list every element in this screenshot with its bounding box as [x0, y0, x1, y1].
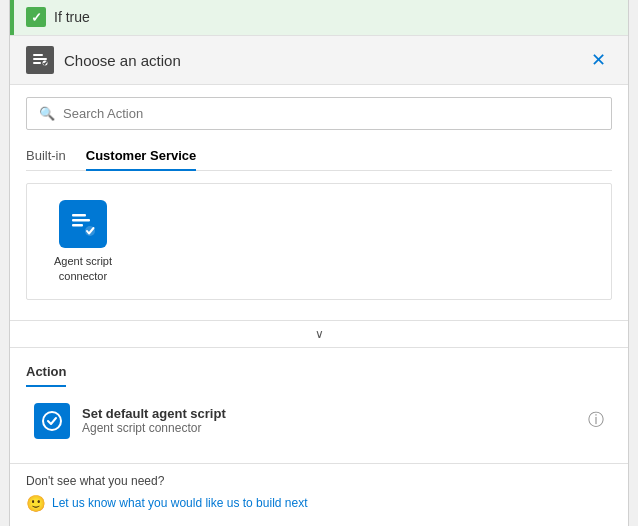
footer-link-row: 🙂 Let us know what you would like us to … — [26, 494, 612, 513]
if-true-label: If true — [54, 9, 90, 25]
connector-label: Agent script connector — [43, 254, 123, 283]
action-text: Set default agent script Agent script co… — [82, 406, 576, 435]
svg-rect-1 — [33, 58, 47, 60]
svg-point-8 — [43, 412, 61, 430]
action-item[interactable]: Set default agent script Agent script co… — [26, 393, 612, 449]
footer-question: Don't see what you need? — [26, 474, 612, 488]
action-item-icon — [34, 403, 70, 439]
close-button[interactable]: ✕ — [585, 49, 612, 71]
info-icon[interactable]: ⓘ — [588, 410, 604, 431]
search-input[interactable] — [63, 106, 599, 121]
main-container: ✓ If true Choose an action ✕ 🔍 — [9, 0, 629, 526]
svg-rect-2 — [33, 62, 41, 64]
tab-built-in[interactable]: Built-in — [26, 142, 66, 171]
tabs: Built-in Customer Service — [26, 142, 612, 171]
if-true-bar: ✓ If true — [10, 0, 628, 35]
dialog-header-left: Choose an action — [26, 46, 181, 74]
action-connector: Agent script connector — [82, 421, 576, 435]
search-box: 🔍 — [26, 97, 612, 130]
action-heading: Action — [26, 364, 66, 387]
tab-customer-service[interactable]: Customer Service — [86, 142, 197, 171]
svg-rect-4 — [72, 214, 86, 217]
action-section: Action Set default agent script Agent sc… — [10, 348, 628, 463]
search-icon: 🔍 — [39, 106, 55, 121]
svg-rect-6 — [72, 224, 83, 227]
action-icon — [26, 46, 54, 74]
dialog-body: 🔍 Built-in Customer Service — [10, 85, 628, 312]
connectors-grid: Agent script connector — [26, 183, 612, 300]
svg-rect-5 — [72, 219, 90, 222]
footer: Don't see what you need? 🙂 Let us know w… — [10, 463, 628, 526]
svg-rect-0 — [33, 54, 43, 56]
smiley-icon: 🙂 — [26, 494, 46, 513]
connector-item-agent-script[interactable]: Agent script connector — [43, 200, 123, 283]
footer-link[interactable]: Let us know what you would like us to bu… — [52, 496, 307, 510]
dialog-title: Choose an action — [64, 52, 181, 69]
chevron-down-icon: ∨ — [315, 327, 324, 341]
collapse-button[interactable]: ∨ — [10, 320, 628, 348]
checkmark-icon: ✓ — [26, 7, 46, 27]
action-name: Set default agent script — [82, 406, 576, 421]
dialog-header: Choose an action ✕ — [10, 35, 628, 85]
connector-icon — [59, 200, 107, 248]
